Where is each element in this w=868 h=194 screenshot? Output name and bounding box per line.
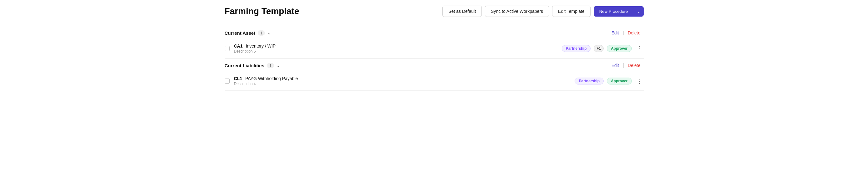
set-default-button[interactable]: Set as Default	[442, 6, 482, 17]
chevron-down-icon-current-asset[interactable]: ⌄	[268, 31, 271, 35]
more-menu-icon-cl1[interactable]: ⋮	[635, 77, 644, 85]
edit-template-button[interactable]: Edit Template	[552, 6, 591, 17]
section-current-liabilities: Current Liabilities 1 ⌄ Edit | Delete CL…	[225, 58, 644, 91]
section-title-current-liabilities: Current Liabilities	[225, 63, 265, 68]
procedure-code-cl1: CL1	[234, 76, 242, 81]
procedure-code-ca1: CA1	[234, 44, 243, 49]
procedure-checkbox-cl1[interactable]	[225, 79, 230, 84]
delete-section-button-current-asset[interactable]: Delete	[625, 29, 643, 37]
badge-partnership-ca1: Partnership	[562, 45, 591, 52]
badge-approver-ca1: Approver	[607, 45, 631, 52]
section-header-left-current-liabilities: Current Liabilities 1 ⌄	[225, 63, 280, 68]
procedure-right-ca1: Partnership +1 Approver ⋮	[562, 44, 644, 53]
section-action-divider: |	[622, 30, 625, 36]
procedure-description-ca1: Description 5	[234, 49, 276, 54]
badge-partnership-cl1: Partnership	[575, 78, 604, 84]
procedure-name-ca1: Inventory / WIP	[246, 44, 276, 49]
section-action-divider-2: |	[622, 62, 625, 68]
section-count-current-liabilities: 1	[267, 63, 274, 68]
procedure-code-name-cl1: CL1 PAYG Withholding Payable	[234, 76, 298, 81]
section-title-current-asset: Current Asset	[225, 30, 256, 36]
procedure-checkbox-ca1[interactable]	[225, 46, 230, 51]
procedure-info-cl1: CL1 PAYG Withholding Payable Description…	[234, 76, 298, 86]
section-actions-current-liabilities: Edit | Delete	[608, 62, 644, 69]
badge-approver-cl1: Approver	[607, 78, 631, 84]
procedure-left-cl1: CL1 PAYG Withholding Payable Description…	[225, 76, 298, 86]
edit-section-button-current-asset[interactable]: Edit	[608, 29, 622, 37]
procedure-left-ca1: CA1 Inventory / WIP Description 5	[225, 44, 276, 54]
section-header-left-current-asset: Current Asset 1 ⌄	[225, 30, 271, 36]
header-actions: Set as Default Sync to Active Workpapers…	[442, 6, 643, 17]
section-actions-current-asset: Edit | Delete	[608, 29, 644, 37]
section-count-current-asset: 1	[258, 30, 265, 36]
section-header-current-liabilities: Current Liabilities 1 ⌄ Edit | Delete	[225, 58, 644, 72]
section-header-current-asset: Current Asset 1 ⌄ Edit | Delete	[225, 26, 644, 39]
new-procedure-caret-button[interactable]: ⌄	[634, 6, 644, 17]
new-procedure-button[interactable]: New Procedure	[594, 6, 634, 17]
page-header: Farming Template Set as Default Sync to …	[225, 6, 644, 17]
more-menu-icon-ca1[interactable]: ⋮	[635, 44, 644, 53]
section-current-asset: Current Asset 1 ⌄ Edit | Delete CA1 Inve…	[225, 26, 644, 58]
chevron-down-icon-current-liabilities[interactable]: ⌄	[277, 63, 280, 68]
sync-button[interactable]: Sync to Active Workpapers	[485, 6, 549, 17]
procedure-row-ca1: CA1 Inventory / WIP Description 5 Partne…	[225, 39, 644, 58]
edit-section-button-current-liabilities[interactable]: Edit	[608, 62, 622, 69]
delete-section-button-current-liabilities[interactable]: Delete	[625, 62, 643, 69]
procedure-info-ca1: CA1 Inventory / WIP Description 5	[234, 44, 276, 54]
procedure-name-cl1: PAYG Withholding Payable	[245, 76, 298, 81]
page-container: Farming Template Set as Default Sync to …	[217, 0, 651, 91]
procedure-code-name-ca1: CA1 Inventory / WIP	[234, 44, 276, 49]
badge-plus-ca1: +1	[594, 45, 604, 52]
procedure-description-cl1: Description 4	[234, 82, 298, 86]
new-procedure-split-button: New Procedure ⌄	[594, 6, 644, 17]
page-title: Farming Template	[225, 6, 299, 16]
procedure-right-cl1: Partnership Approver ⋮	[575, 77, 643, 85]
procedure-row-cl1: CL1 PAYG Withholding Payable Description…	[225, 72, 644, 91]
